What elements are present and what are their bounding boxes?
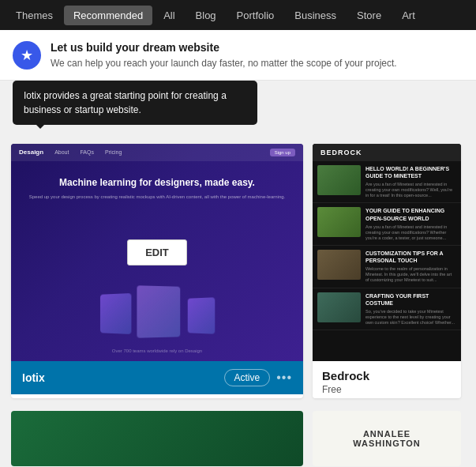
bedrock-post-content-4: CRAFTING YOUR FIRST COSTUME So, you've d… — [365, 292, 456, 326]
bedrock-post-img-3 — [317, 250, 361, 280]
promo-banner: ★ Let us build your dream website We can… — [0, 30, 476, 81]
nav-item-portfolio[interactable]: Portfolio — [227, 6, 284, 25]
bottom-right-content: ANNALEEWASHINGTON — [347, 423, 427, 454]
bedrock-post-content-1: HELLO WORLD! A BEGINNER'S GUIDE TO MINET… — [365, 165, 456, 199]
bedrock-post-img-2 — [317, 207, 361, 237]
bedrock-theme-name: Bedrock — [322, 369, 452, 382]
bedrock-post-content-3: CUSTOMIZATION TIPS FOR A PERSONAL TOUCH … — [365, 250, 456, 284]
bedrock-post-img-1 — [317, 165, 361, 195]
bedrock-info: Bedrock Free — [313, 361, 461, 398]
bedrock-post-content-2: YOUR GUIDE TO ENHANCING OPEN-SOURCE WORL… — [365, 207, 456, 241]
bedrock-post-1: HELLO WORLD! A BEGINNER'S GUIDE TO MINET… — [313, 161, 461, 204]
bedrock-post-3: CUSTOMIZATION TIPS FOR A PERSONAL TOUCH … — [313, 246, 461, 288]
bedrock-price: Free — [322, 384, 452, 395]
bedrock-post-title-2: YOUR GUIDE TO ENHANCING OPEN-SOURCE WORL… — [365, 207, 456, 221]
promo-title: Let us build your dream website — [51, 41, 397, 54]
nav-item-business[interactable]: Business — [285, 6, 346, 25]
bedrock-post-4: CRAFTING YOUR FIRST COSTUME So, you've d… — [313, 288, 461, 331]
edit-button[interactable]: EDIT — [127, 239, 187, 266]
bedrock-post-title-1: HELLO WORLD! A BEGINNER'S GUIDE TO MINET… — [365, 165, 456, 179]
nav-item-store[interactable]: Store — [347, 6, 391, 25]
iotix-active-badge: Active — [224, 369, 271, 386]
themes-row2: ANNALEEWASHINGTON — [0, 403, 476, 467]
iotix-thumbnail: Desaign About FAQs Pricing Sign up Machi… — [11, 144, 303, 361]
edit-overlay: EDIT — [11, 144, 303, 361]
nav-item-all[interactable]: All — [154, 6, 184, 25]
bottom-right-name: ANNALEEWASHINGTON — [353, 429, 421, 448]
bedrock-posts: HELLO WORLD! A BEGINNER'S GUIDE TO MINET… — [313, 161, 461, 330]
nav-item-themes[interactable]: Themes — [6, 6, 62, 25]
theme-card-bottom-right: ANNALEEWASHINGTON — [313, 411, 461, 466]
promo-description: We can help you reach your launch day fa… — [51, 57, 397, 70]
nav-item-recommended[interactable]: Recommended — [64, 6, 152, 25]
bedrock-mock-header: BEDROCK — [313, 144, 461, 161]
theme-card-iotix: Desaign About FAQs Pricing Sign up Machi… — [11, 144, 303, 398]
bedrock-post-img-4 — [317, 292, 361, 322]
bedrock-post-title-4: CRAFTING YOUR FIRST COSTUME — [365, 292, 456, 307]
nav-item-art[interactable]: Art — [392, 6, 425, 25]
promo-text: Let us build your dream website We can h… — [51, 41, 397, 70]
bedrock-post-2: YOUR GUIDE TO ENHANCING OPEN-SOURCE WORL… — [313, 203, 461, 246]
theme-card-bottom-left — [11, 411, 303, 466]
iotix-dots-menu[interactable]: ••• — [276, 371, 292, 385]
theme-card-bedrock: BEDROCK HELLO WORLD! A BEGINNER'S GUIDE … — [313, 144, 461, 398]
bedrock-post-excerpt-1: Are you a fan of Minetest and interested… — [365, 182, 456, 198]
bedrock-post-excerpt-2: Are you a fan of Minetest and interested… — [365, 224, 456, 241]
top-nav: Themes Recommended All Blog Portfolio Bu… — [0, 0, 476, 30]
bedrock-thumbnail: BEDROCK HELLO WORLD! A BEGINNER'S GUIDE … — [313, 144, 461, 361]
iotix-theme-name: Iotix — [22, 371, 224, 384]
promo-star-icon: ★ — [13, 41, 41, 70]
iotix-footer: Iotix Active ••• — [11, 361, 303, 394]
bedrock-post-excerpt-4: So, you've decided to take your Minetest… — [365, 309, 456, 326]
bedrock-post-excerpt-3: Welcome to the realm of personalization … — [365, 266, 456, 283]
nav-item-blog[interactable]: Blog — [186, 6, 226, 25]
tooltip-box: Iotix provides a great starting point fo… — [13, 81, 257, 125]
themes-grid: Desaign About FAQs Pricing Sign up Machi… — [0, 133, 476, 403]
bedrock-mock: BEDROCK HELLO WORLD! A BEGINNER'S GUIDE … — [313, 144, 461, 361]
bedrock-post-title-3: CUSTOMIZATION TIPS FOR A PERSONAL TOUCH — [365, 250, 456, 264]
